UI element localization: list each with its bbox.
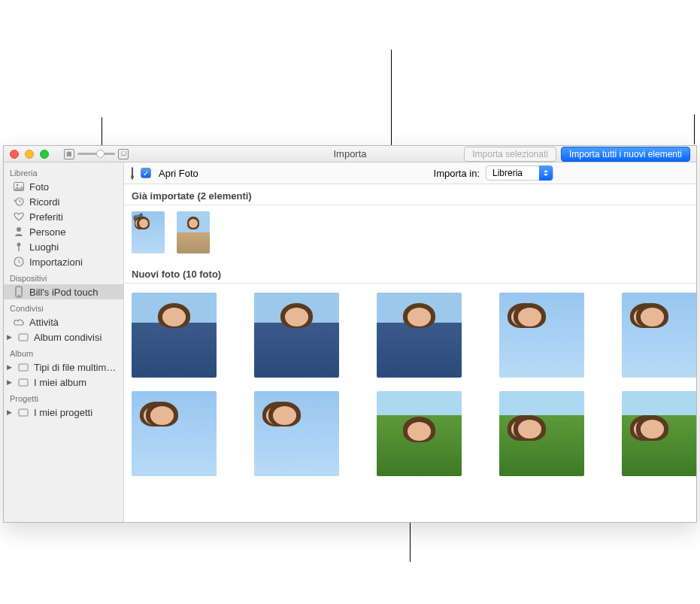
- sidebar-item-memories[interactable]: Ricordi: [4, 194, 123, 209]
- clock-icon: [13, 256, 25, 268]
- heart-icon: [13, 211, 25, 223]
- close-button[interactable]: [10, 150, 19, 159]
- disclosure-triangle-icon[interactable]: ▶: [7, 408, 13, 416]
- folder-icon: [17, 376, 29, 388]
- sidebar: Libreria Foto Ricordi: [4, 162, 124, 522]
- photo-thumbnail[interactable]: [132, 293, 217, 378]
- sidebar-item-activity[interactable]: Attività: [4, 314, 123, 329]
- sidebar-label: Foto: [29, 181, 49, 193]
- sidebar-label: Attività: [29, 317, 59, 328]
- folder-icon: [17, 331, 29, 343]
- svg-rect-8: [19, 334, 28, 341]
- zoom-track[interactable]: [77, 153, 115, 155]
- sidebar-item-device-ipod[interactable]: Bill's iPod touch: [4, 284, 123, 299]
- import-all-button[interactable]: Importa tutti i nuovi elementi: [561, 147, 690, 162]
- sidebar-item-shared-albums[interactable]: ▶ Album condivisi: [4, 329, 123, 344]
- zoom-thumb[interactable]: [96, 150, 105, 158]
- disclosure-triangle-icon[interactable]: ▶: [7, 333, 13, 341]
- app-window: ▦ ☐ Importa Importa selezionati Importa …: [3, 145, 697, 523]
- photo-thumbnail[interactable]: [622, 391, 696, 476]
- sidebar-header-library: Libreria: [4, 167, 123, 179]
- import-destination: Importa in: Libreria: [434, 165, 553, 181]
- toolbar-buttons: Importa selezionati Importa tutti i nuov…: [464, 147, 690, 162]
- folder-icon: [17, 361, 29, 373]
- svg-point-3: [17, 227, 21, 232]
- import-destination-select[interactable]: Libreria: [486, 165, 553, 181]
- sidebar-item-my-projects[interactable]: ▶ I miei progetti: [4, 405, 123, 420]
- new-photos-header: Nuovi foto (10 foto): [124, 263, 696, 284]
- sidebar-label: Album condivisi: [34, 332, 102, 343]
- zoom-slider[interactable]: ▦ ☐: [64, 149, 129, 159]
- svg-rect-11: [19, 409, 28, 416]
- device-icon: [132, 168, 133, 179]
- already-imported-grid: 📹: [124, 205, 696, 263]
- chevron-updown-icon: [539, 165, 553, 181]
- titlebar: ▦ ☐ Importa Importa selezionati Importa …: [4, 146, 696, 162]
- disclosure-triangle-icon[interactable]: ▶: [7, 363, 13, 371]
- folder-icon: [17, 406, 29, 418]
- pin-icon: [13, 241, 25, 253]
- svg-point-4: [17, 243, 21, 247]
- sidebar-label: Luoghi: [29, 241, 59, 253]
- sidebar-header-shared: Condivisi: [4, 302, 123, 314]
- sidebar-label: I miei progetti: [34, 407, 92, 418]
- sidebar-item-my-albums[interactable]: ▶ I miei album: [4, 375, 123, 390]
- sidebar-item-people[interactable]: Persone: [4, 224, 123, 239]
- import-to-label: Importa in:: [434, 168, 480, 179]
- main-content: ✓ Apri Foto Importa in: Libreria Già imp…: [124, 162, 696, 522]
- photo-thumbnail[interactable]: [377, 391, 462, 476]
- sidebar-header-album: Album: [4, 348, 123, 360]
- import-selected-button[interactable]: Importa selezionati: [464, 147, 556, 162]
- photo-thumbnail[interactable]: [499, 391, 584, 476]
- sidebar-item-favorites[interactable]: Preferiti: [4, 209, 123, 224]
- photo-thumbnail[interactable]: [499, 293, 584, 378]
- sidebar-header-projects: Progetti: [4, 393, 123, 405]
- device-icon: [13, 286, 25, 298]
- open-photos-checkbox[interactable]: ✓: [141, 168, 151, 178]
- grid-large-icon: ☐: [118, 149, 129, 159]
- window-title: Importa: [333, 148, 366, 159]
- sidebar-item-photos[interactable]: Foto: [4, 179, 123, 194]
- photo-thumbnail[interactable]: [177, 211, 210, 253]
- photo-thumbnail[interactable]: 📹: [132, 211, 165, 253]
- sidebar-label: Preferiti: [29, 211, 63, 223]
- photo-thumbnail[interactable]: [254, 391, 339, 476]
- photo-icon: [13, 181, 25, 193]
- sidebar-label: Bill's iPod touch: [29, 287, 98, 298]
- sidebar-label: Persone: [29, 226, 65, 238]
- minimize-button[interactable]: [25, 150, 34, 159]
- window-controls: [10, 150, 49, 159]
- photo-thumbnail[interactable]: [622, 293, 696, 378]
- import-header-bar: ✓ Apri Foto Importa in: Libreria: [124, 162, 696, 184]
- svg-rect-10: [19, 379, 28, 386]
- sidebar-item-places[interactable]: Luoghi: [4, 239, 123, 254]
- sidebar-label: Tipi di file multim…: [34, 362, 116, 373]
- already-imported-header: Già importate (2 elementi): [124, 184, 696, 205]
- sidebar-item-media-types[interactable]: ▶ Tipi di file multim…: [4, 360, 123, 375]
- sidebar-label: Ricordi: [29, 196, 59, 208]
- open-photos-label: Apri Foto: [159, 168, 198, 179]
- photo-thumbnail[interactable]: [132, 391, 217, 476]
- svg-rect-9: [19, 364, 28, 371]
- clock-back-icon: [13, 196, 25, 208]
- grid-small-icon: ▦: [64, 149, 74, 159]
- person-icon: [13, 226, 25, 238]
- callout-line-top-right: [694, 114, 695, 144]
- sidebar-label: Importazioni: [29, 256, 83, 268]
- sidebar-label: I miei album: [34, 377, 86, 388]
- cloud-icon: [13, 316, 25, 328]
- disclosure-triangle-icon[interactable]: ▶: [7, 378, 13, 386]
- svg-point-1: [17, 184, 18, 186]
- svg-point-7: [18, 295, 20, 296]
- sidebar-header-devices: Dispositivi: [4, 272, 123, 284]
- photo-thumbnail[interactable]: [254, 293, 339, 378]
- new-photos-grid: [124, 284, 696, 485]
- select-value: Libreria: [486, 168, 539, 178]
- photo-thumbnail[interactable]: [377, 293, 462, 378]
- sidebar-item-imports[interactable]: Importazioni: [4, 254, 123, 269]
- maximize-button[interactable]: [40, 150, 49, 159]
